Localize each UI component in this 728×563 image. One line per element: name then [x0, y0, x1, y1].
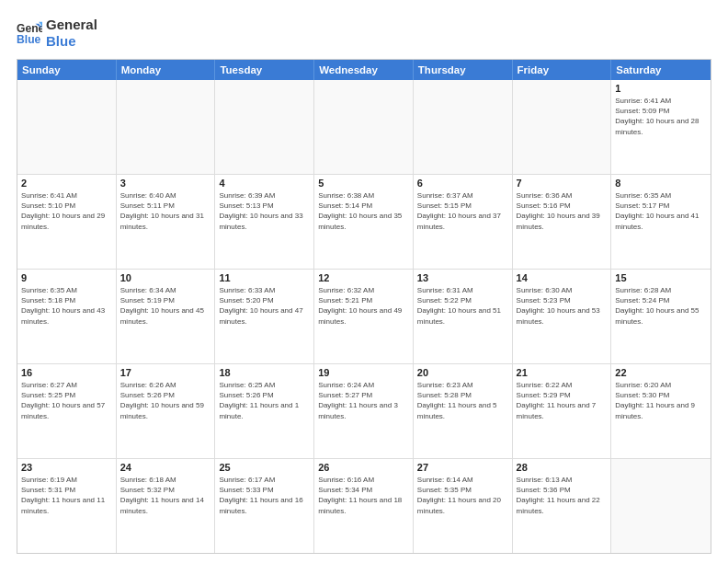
header-day-sunday: Sunday	[17, 60, 117, 80]
day-cell-9: 9Sunrise: 6:35 AM Sunset: 5:18 PM Daylig…	[17, 270, 117, 363]
day-cell-3: 3Sunrise: 6:40 AM Sunset: 5:11 PM Daylig…	[117, 175, 216, 269]
day-info: Sunrise: 6:13 AM Sunset: 5:36 PM Dayligh…	[517, 475, 608, 516]
day-cell-20: 20Sunrise: 6:23 AM Sunset: 5:28 PM Dayli…	[414, 364, 513, 458]
day-info: Sunrise: 6:38 AM Sunset: 5:14 PM Dayligh…	[318, 190, 409, 232]
day-number: 22	[615, 367, 707, 378]
empty-cell	[215, 80, 314, 174]
day-number: 12	[318, 272, 409, 283]
day-number: 15	[615, 272, 707, 283]
day-info: Sunrise: 6:25 AM Sunset: 5:26 PM Dayligh…	[219, 380, 310, 421]
day-cell-13: 13Sunrise: 6:31 AM Sunset: 5:22 PM Dayli…	[414, 270, 513, 363]
day-cell-14: 14Sunrise: 6:30 AM Sunset: 5:23 PM Dayli…	[513, 270, 612, 363]
logo-icon: General Blue	[17, 20, 42, 46]
day-cell-18: 18Sunrise: 6:25 AM Sunset: 5:26 PM Dayli…	[215, 364, 314, 458]
day-number: 11	[219, 272, 310, 283]
day-cell-15: 15Sunrise: 6:28 AM Sunset: 5:24 PM Dayli…	[611, 270, 711, 363]
day-cell-19: 19Sunrise: 6:24 AM Sunset: 5:27 PM Dayli…	[314, 364, 414, 458]
day-cell-4: 4Sunrise: 6:39 AM Sunset: 5:13 PM Daylig…	[215, 175, 314, 269]
day-number: 18	[219, 367, 310, 378]
day-cell-11: 11Sunrise: 6:33 AM Sunset: 5:20 PM Dayli…	[215, 270, 314, 363]
header-day-monday: Monday	[117, 60, 216, 80]
day-info: Sunrise: 6:35 AM Sunset: 5:17 PM Dayligh…	[615, 190, 707, 232]
empty-cell	[314, 80, 414, 174]
empty-cell	[513, 80, 612, 174]
day-number: 23	[21, 462, 112, 473]
day-number: 5	[318, 178, 409, 189]
calendar: SundayMondayTuesdayWednesdayThursdayFrid…	[17, 59, 711, 554]
empty-cell	[611, 459, 711, 553]
day-info: Sunrise: 6:34 AM Sunset: 5:19 PM Dayligh…	[120, 285, 211, 327]
header-day-wednesday: Wednesday	[314, 60, 414, 80]
header: General Blue General Blue	[17, 17, 711, 50]
day-number: 1	[615, 83, 707, 94]
day-info: Sunrise: 6:22 AM Sunset: 5:29 PM Dayligh…	[517, 380, 608, 421]
day-number: 24	[120, 462, 211, 473]
calendar-header: SundayMondayTuesdayWednesdayThursdayFrid…	[17, 60, 711, 80]
day-cell-25: 25Sunrise: 6:17 AM Sunset: 5:33 PM Dayli…	[215, 459, 314, 553]
day-number: 20	[417, 367, 508, 378]
calendar-week-3: 16Sunrise: 6:27 AM Sunset: 5:25 PM Dayli…	[17, 364, 711, 459]
day-info: Sunrise: 6:28 AM Sunset: 5:24 PM Dayligh…	[615, 285, 707, 327]
day-number: 28	[517, 462, 608, 473]
header-day-thursday: Thursday	[414, 60, 513, 80]
day-info: Sunrise: 6:19 AM Sunset: 5:31 PM Dayligh…	[21, 475, 112, 516]
day-info: Sunrise: 6:18 AM Sunset: 5:32 PM Dayligh…	[120, 475, 211, 516]
day-info: Sunrise: 6:14 AM Sunset: 5:35 PM Dayligh…	[417, 475, 508, 516]
day-number: 25	[219, 462, 310, 473]
day-info: Sunrise: 6:32 AM Sunset: 5:21 PM Dayligh…	[318, 285, 409, 327]
day-info: Sunrise: 6:33 AM Sunset: 5:20 PM Dayligh…	[219, 285, 310, 327]
day-cell-2: 2Sunrise: 6:41 AM Sunset: 5:10 PM Daylig…	[17, 175, 117, 269]
day-cell-6: 6Sunrise: 6:37 AM Sunset: 5:15 PM Daylig…	[414, 175, 513, 269]
day-number: 13	[417, 272, 508, 283]
day-cell-8: 8Sunrise: 6:35 AM Sunset: 5:17 PM Daylig…	[611, 175, 711, 269]
day-cell-17: 17Sunrise: 6:26 AM Sunset: 5:26 PM Dayli…	[117, 364, 216, 458]
day-info: Sunrise: 6:31 AM Sunset: 5:22 PM Dayligh…	[417, 285, 508, 327]
empty-cell	[17, 80, 117, 174]
empty-cell	[117, 80, 216, 174]
day-number: 26	[318, 462, 409, 473]
day-number: 8	[615, 178, 707, 189]
header-day-friday: Friday	[513, 60, 612, 80]
day-cell-28: 28Sunrise: 6:13 AM Sunset: 5:36 PM Dayli…	[513, 459, 612, 553]
day-cell-22: 22Sunrise: 6:20 AM Sunset: 5:30 PM Dayli…	[611, 364, 711, 458]
day-info: Sunrise: 6:41 AM Sunset: 5:10 PM Dayligh…	[21, 190, 112, 232]
day-number: 4	[219, 178, 310, 189]
logo-general: General	[46, 17, 97, 33]
day-number: 19	[318, 367, 409, 378]
day-cell-23: 23Sunrise: 6:19 AM Sunset: 5:31 PM Dayli…	[17, 459, 117, 553]
day-number: 21	[517, 367, 608, 378]
day-cell-1: 1Sunrise: 6:41 AM Sunset: 5:09 PM Daylig…	[611, 80, 711, 174]
logo-blue: Blue	[46, 33, 97, 50]
calendar-week-4: 23Sunrise: 6:19 AM Sunset: 5:31 PM Dayli…	[17, 459, 711, 553]
day-info: Sunrise: 6:20 AM Sunset: 5:30 PM Dayligh…	[615, 380, 707, 421]
day-cell-10: 10Sunrise: 6:34 AM Sunset: 5:19 PM Dayli…	[117, 270, 216, 363]
empty-cell	[414, 80, 513, 174]
day-number: 17	[120, 367, 211, 378]
header-day-tuesday: Tuesday	[215, 60, 314, 80]
day-cell-24: 24Sunrise: 6:18 AM Sunset: 5:32 PM Dayli…	[117, 459, 216, 553]
page: General Blue General Blue SundayMondayTu…	[0, 0, 728, 563]
day-number: 14	[517, 272, 608, 283]
day-info: Sunrise: 6:41 AM Sunset: 5:09 PM Dayligh…	[615, 96, 707, 137]
day-info: Sunrise: 6:26 AM Sunset: 5:26 PM Dayligh…	[120, 380, 211, 421]
day-info: Sunrise: 6:35 AM Sunset: 5:18 PM Dayligh…	[21, 285, 112, 327]
day-number: 2	[21, 178, 112, 189]
calendar-week-2: 9Sunrise: 6:35 AM Sunset: 5:18 PM Daylig…	[17, 270, 711, 364]
day-info: Sunrise: 6:30 AM Sunset: 5:23 PM Dayligh…	[517, 285, 608, 327]
day-number: 6	[417, 178, 508, 189]
day-cell-26: 26Sunrise: 6:16 AM Sunset: 5:34 PM Dayli…	[314, 459, 414, 553]
day-number: 27	[417, 462, 508, 473]
logo: General Blue General Blue	[17, 17, 97, 50]
calendar-week-1: 2Sunrise: 6:41 AM Sunset: 5:10 PM Daylig…	[17, 175, 711, 270]
calendar-body: 1Sunrise: 6:41 AM Sunset: 5:09 PM Daylig…	[17, 80, 711, 553]
day-info: Sunrise: 6:16 AM Sunset: 5:34 PM Dayligh…	[318, 475, 409, 516]
svg-text:Blue: Blue	[17, 33, 41, 46]
day-info: Sunrise: 6:23 AM Sunset: 5:28 PM Dayligh…	[417, 380, 508, 421]
day-cell-12: 12Sunrise: 6:32 AM Sunset: 5:21 PM Dayli…	[314, 270, 414, 363]
day-info: Sunrise: 6:40 AM Sunset: 5:11 PM Dayligh…	[120, 190, 211, 232]
day-info: Sunrise: 6:37 AM Sunset: 5:15 PM Dayligh…	[417, 190, 508, 232]
day-number: 7	[517, 178, 608, 189]
day-number: 10	[120, 272, 211, 283]
day-number: 3	[120, 178, 211, 189]
day-number: 16	[21, 367, 112, 378]
